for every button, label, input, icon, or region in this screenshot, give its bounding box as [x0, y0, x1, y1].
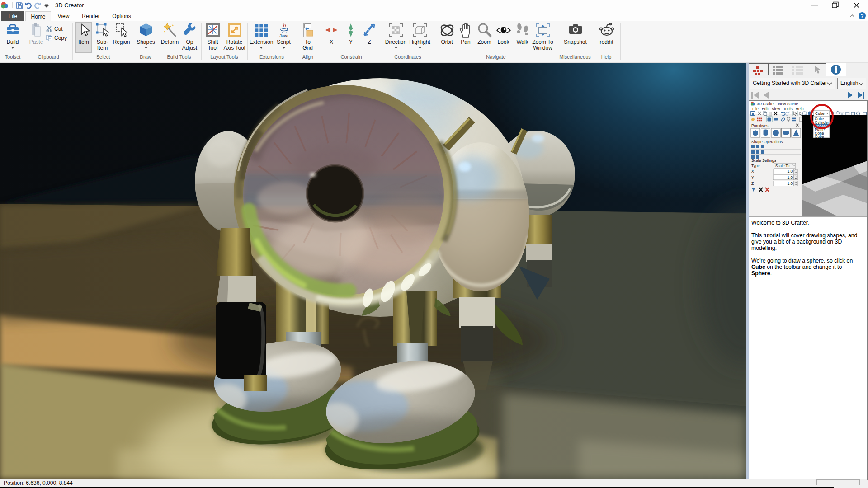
svg-text:?: ? [860, 13, 863, 19]
svg-text:Java: Java [279, 33, 288, 38]
